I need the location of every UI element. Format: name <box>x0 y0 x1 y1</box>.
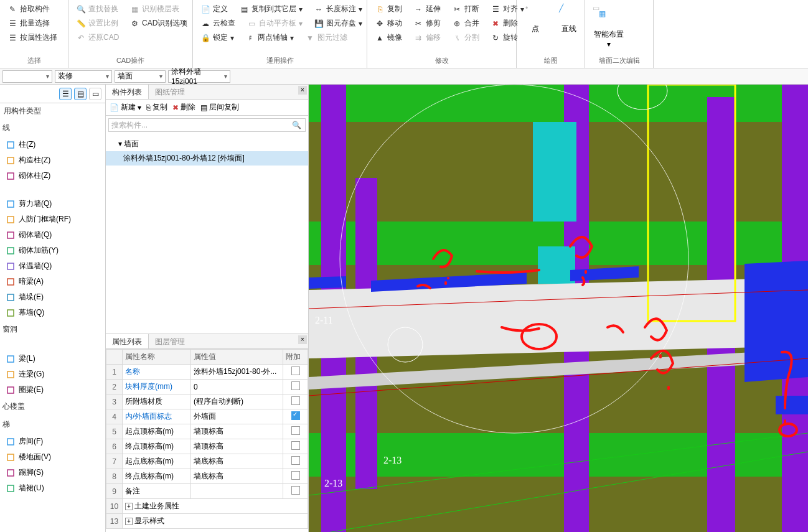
prop-group[interactable]: +土建业务属性 <box>123 499 308 514</box>
tree-view-icon-2[interactable]: ▤ <box>74 88 87 100</box>
tree-q-item-6[interactable]: 墙垛(E) <box>0 289 105 305</box>
move-button[interactable]: ✥移动 <box>372 17 405 30</box>
line-tool-button[interactable]: ╱直线 <box>555 2 583 35</box>
merge-button[interactable]: ⊕合并 <box>449 17 482 30</box>
floor-copy-button[interactable]: ▤层间复制 <box>200 102 239 113</box>
svg-rect-17 <box>7 485 14 492</box>
cloud-check-button[interactable]: ☁云检查 <box>198 17 238 30</box>
delete-button[interactable]: ✖删除 <box>488 17 520 30</box>
find-replace-button[interactable]: 🔍查找替换 <box>73 2 121 16</box>
prop-value[interactable]: 外墙面 <box>191 409 283 424</box>
tree-view-icon-3[interactable]: ▭ <box>89 88 101 100</box>
cad-options-button[interactable]: ⚙CAD识别选项 <box>127 17 190 30</box>
section-floor[interactable]: 心楼盖 <box>0 398 105 416</box>
point-tool-button[interactable]: •点 <box>522 2 549 35</box>
prop-checkbox[interactable] <box>291 426 300 435</box>
filter-combo-wall[interactable]: 墙面 <box>115 70 166 83</box>
axis-icon: ♯ <box>245 33 255 43</box>
rotate-button[interactable]: ↻旋转 <box>488 31 520 44</box>
batch-select-button[interactable]: ☰批量选择 <box>5 17 63 30</box>
filter-icon: ☰ <box>7 33 17 43</box>
mirror-button[interactable]: ▲镜像 <box>372 31 405 44</box>
tree-stair-item-2[interactable]: 踢脚(S) <box>0 465 105 480</box>
prop-value[interactable] <box>191 484 283 499</box>
element-filter-button[interactable]: ▼图元过滤 <box>303 31 350 44</box>
tree-wall-item-0[interactable]: 柱(Z) <box>0 137 105 152</box>
prop-checkbox[interactable] <box>291 366 300 375</box>
break-button[interactable]: ✂打断 <box>449 2 482 16</box>
tab-drawing-mgmt[interactable]: 图纸管理 <box>149 85 191 99</box>
tree-view-icon-1[interactable]: ☰ <box>59 88 72 100</box>
auto-level-button[interactable]: ▭自动平齐板 ▾ <box>244 17 305 30</box>
filter-combo-decor[interactable]: 装修 <box>55 70 112 83</box>
tree-q-item-4[interactable]: 保温墙(Q) <box>0 258 105 274</box>
new-button[interactable]: 📄新建 ▾ <box>110 102 141 113</box>
tree-q-item-0[interactable]: 剪力墙(Q) <box>0 196 105 212</box>
tab-component-list[interactable]: 构件列表 <box>106 85 149 99</box>
tree-stair-item-0[interactable]: 房间(F) <box>0 434 105 449</box>
panel-close-button[interactable]: × <box>298 86 307 95</box>
tree-wall-item-2[interactable]: 砌体柱(Z) <box>0 168 105 184</box>
offset-button[interactable]: ⇉偏移 <box>411 31 443 44</box>
tree-stair-item-1[interactable]: 楼地面(V) <box>0 449 105 465</box>
restore-cad-button[interactable]: ↶还原CAD <box>73 31 121 44</box>
length-dim-button[interactable]: ↔长度标注 ▾ <box>311 2 365 16</box>
3d-viewport[interactable]: 2-11 2-13 2-13 <box>309 85 808 532</box>
two-pt-axis-button[interactable]: ♯两点辅轴 ▾ <box>243 31 296 44</box>
tree-q-item-5[interactable]: 暗梁(A) <box>0 274 105 289</box>
mid-panel-tabs: 构件列表 图纸管理 <box>106 85 308 100</box>
tab-layer-mgmt[interactable]: 图层管理 <box>149 334 191 348</box>
prop-value[interactable]: 0 <box>191 380 283 394</box>
prop-checkbox[interactable] <box>291 396 300 405</box>
tree-stair-item-3[interactable]: 墙裙(U) <box>0 480 105 496</box>
component-tree: ▾ 墙面 涂料外墙15zj001-80-外墙12 [外墙面] <box>106 134 308 334</box>
tree-wall-item-1[interactable]: 构造柱(Z) <box>0 152 105 168</box>
prop-value[interactable]: 墙顶标高 <box>191 439 283 454</box>
tree-item-selected[interactable]: 涂料外墙15zj001-80-外墙12 [外墙面] <box>106 151 308 166</box>
search-input[interactable]: 搜索构件... 🔍 <box>108 118 306 132</box>
prop-checkbox[interactable] <box>291 411 300 420</box>
prop-value[interactable]: 涂料外墙15zj001-80-外... <box>191 365 283 380</box>
tree-root-wall[interactable]: ▾ 墙面 <box>106 137 308 151</box>
split-button[interactable]: ⑊分割 <box>449 31 482 44</box>
prop-checkbox[interactable] <box>291 441 300 450</box>
prop-checkbox[interactable] <box>291 381 300 390</box>
prop-checkbox[interactable] <box>291 486 300 495</box>
filter-combo-1[interactable] <box>2 70 52 83</box>
prop-close-button[interactable]: × <box>298 335 307 344</box>
set-scale-button[interactable]: 📏设置比例 <box>73 17 121 30</box>
pick-component-button[interactable]: ✎拾取构件 <box>5 2 63 16</box>
tree-q-item-1[interactable]: 人防门框墙(RF) <box>0 212 105 227</box>
prop-group[interactable]: +显示样式 <box>123 514 308 529</box>
tree-q-item-3[interactable]: 砌体加筋(Y) <box>0 243 105 258</box>
tree-beam-item-0[interactable]: 梁(L) <box>0 351 105 366</box>
section-stair[interactable]: 梯 <box>0 416 105 434</box>
copy-button[interactable]: ⎘复制 <box>372 2 405 16</box>
tree-q-item-2[interactable]: 砌体墙(Q) <box>0 227 105 243</box>
prop-value[interactable]: 墙底标高 <box>191 469 283 484</box>
svg-rect-28 <box>538 246 575 284</box>
filter-combo-item[interactable]: 涂料外墙15zj001 <box>168 70 230 83</box>
prop-value[interactable]: (程序自动判断) <box>191 394 283 409</box>
copy-other-layer-button[interactable]: ▤复制到其它层 ▾ <box>237 2 305 16</box>
tab-property-list[interactable]: 属性列表 <box>106 334 149 348</box>
tree-beam-item-2[interactable]: 圈梁(E) <box>0 382 105 398</box>
define-button[interactable]: 📄定义 <box>198 2 230 16</box>
prop-value[interactable]: 墙顶标高 <box>191 424 283 439</box>
copy-comp-button[interactable]: ⎘复制 <box>146 102 167 113</box>
smart-layout-button[interactable]: ▦智能布置▾ <box>590 8 627 50</box>
tree-q-item-7[interactable]: 幕墙(Q) <box>0 305 105 320</box>
element-store-button[interactable]: 💾图元存盘 ▾ <box>311 17 365 30</box>
prop-checkbox[interactable] <box>291 471 300 480</box>
tree-beam-item-1[interactable]: 连梁(G) <box>0 366 105 382</box>
section-line[interactable]: 线 <box>0 119 105 137</box>
section-hole[interactable]: 窗洞 <box>0 320 105 338</box>
extend-button[interactable]: →延伸 <box>411 2 443 16</box>
floor-table-button[interactable]: ▦识别楼层表 <box>127 2 182 16</box>
lock-button[interactable]: 🔒锁定 ▾ <box>198 31 237 44</box>
prop-value[interactable]: 墙底标高 <box>191 454 283 469</box>
prop-checkbox[interactable] <box>291 456 300 465</box>
trim-button[interactable]: ✂修剪 <box>411 17 443 30</box>
delete-comp-button[interactable]: ✖删除 <box>172 102 195 113</box>
select-by-prop-button[interactable]: ☰按属性选择 <box>5 31 63 44</box>
